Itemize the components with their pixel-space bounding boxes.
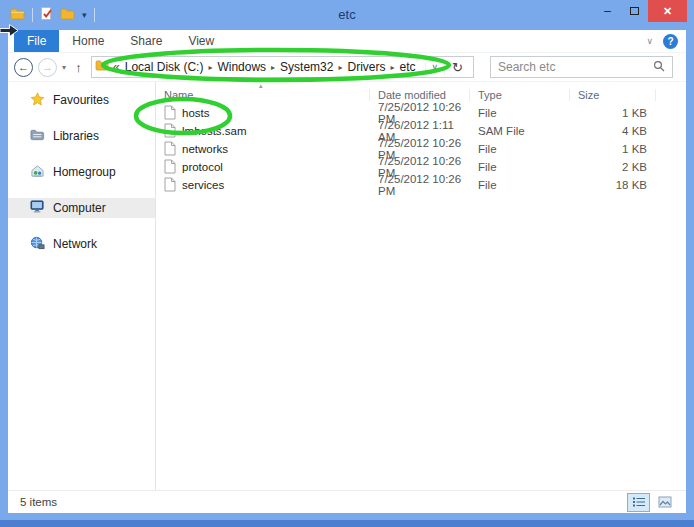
column-header-type[interactable]: Type bbox=[470, 89, 570, 101]
large-icons-view-button[interactable] bbox=[653, 493, 676, 512]
window-title: etc bbox=[0, 7, 694, 22]
breadcrumb-item-system32[interactable]: System32 bbox=[277, 60, 336, 74]
libraries-icon bbox=[30, 128, 45, 144]
tab-share[interactable]: Share bbox=[117, 30, 175, 52]
file-name-cell: networks bbox=[156, 141, 370, 158]
sidebar-item-favourites[interactable]: Favourites bbox=[8, 90, 155, 110]
main-area: Favourites Libraries Homegroup bbox=[8, 82, 686, 490]
tab-home[interactable]: Home bbox=[59, 30, 117, 52]
minimize-button[interactable]: – bbox=[594, 0, 621, 22]
file-name-cell: lmhosts.sam bbox=[156, 123, 370, 140]
homegroup-icon bbox=[30, 164, 45, 181]
breadcrumb-item-drive[interactable]: Local Disk (C:) bbox=[122, 60, 207, 74]
column-header-size[interactable]: Size bbox=[570, 89, 656, 101]
file-icon bbox=[164, 123, 176, 140]
file-name-cell: services bbox=[156, 177, 370, 194]
breadcrumb-separator-icon[interactable]: ▸ bbox=[336, 63, 344, 72]
size-cell: 18 KB bbox=[570, 179, 656, 191]
size-cell: 2 KB bbox=[570, 161, 656, 173]
sidebar-item-label: Libraries bbox=[53, 129, 99, 143]
table-row-services[interactable]: services 7/25/2012 10:26 PM File 18 KB bbox=[156, 176, 686, 194]
details-view-button[interactable] bbox=[627, 493, 650, 512]
file-list-pane: ▴ Name Date modified Type Size hosts 7/2… bbox=[155, 82, 686, 490]
file-name-cell: protocol bbox=[156, 159, 370, 176]
window-bottom-edge bbox=[0, 520, 694, 527]
refresh-icon[interactable]: ↻ bbox=[444, 60, 470, 75]
sidebar-item-homegroup[interactable]: Homegroup bbox=[8, 162, 155, 182]
tab-view[interactable]: View bbox=[175, 30, 227, 52]
search-box[interactable] bbox=[490, 56, 673, 78]
column-header-date-modified[interactable]: Date modified bbox=[370, 89, 470, 101]
type-cell: SAM File bbox=[470, 125, 570, 137]
sidebar-item-libraries[interactable]: Libraries bbox=[8, 126, 155, 146]
titlebar[interactable]: ▾ etc – ✕ bbox=[0, 0, 694, 30]
sidebar-item-label: Favourites bbox=[53, 93, 109, 107]
item-count: 5 items bbox=[20, 496, 57, 508]
help-icon[interactable]: ? bbox=[663, 34, 678, 49]
computer-icon bbox=[30, 200, 45, 216]
sort-ascending-icon: ▴ bbox=[259, 82, 263, 90]
date-cell: 7/25/2012 10:26 PM bbox=[370, 173, 470, 197]
column-header-name[interactable]: Name bbox=[156, 89, 370, 101]
file-icon bbox=[164, 177, 176, 194]
file-icon bbox=[164, 159, 176, 176]
file-name-cell: hosts bbox=[156, 105, 370, 122]
type-cell: File bbox=[470, 143, 570, 155]
breadcrumb-overflow[interactable]: « bbox=[109, 60, 122, 74]
view-buttons bbox=[627, 493, 676, 512]
status-bar: 5 items bbox=[8, 490, 686, 513]
client-area: File Home Share View ∨ ? ← → ▾ ↑ « Local… bbox=[8, 30, 686, 513]
tab-file[interactable]: File bbox=[14, 30, 59, 52]
breadcrumb-separator-icon[interactable]: ▸ bbox=[269, 63, 277, 72]
breadcrumb-separator-icon[interactable]: ▸ bbox=[206, 63, 214, 72]
window-controls: – ✕ bbox=[594, 0, 687, 22]
breadcrumb-item-drivers[interactable]: Drivers bbox=[344, 60, 388, 74]
sidebar-item-computer[interactable]: Computer bbox=[8, 198, 155, 218]
maximize-button[interactable] bbox=[621, 0, 648, 22]
ribbon-right-controls: ∨ ? bbox=[646, 30, 678, 52]
search-icon[interactable] bbox=[653, 58, 665, 76]
breadcrumb-separator-icon[interactable]: ▸ bbox=[388, 63, 396, 72]
sidebar-item-label: Network bbox=[53, 237, 97, 251]
address-bar-row: ← → ▾ ↑ « Local Disk (C:) ▸ Windows ▸ Sy… bbox=[8, 53, 686, 82]
file-icon bbox=[164, 141, 176, 158]
network-icon bbox=[30, 236, 45, 253]
address-folder-icon bbox=[95, 60, 109, 74]
explorer-window: ▾ etc – ✕ File Home Share View ∨ ? ← → ▾… bbox=[0, 0, 694, 527]
star-icon bbox=[30, 92, 45, 109]
search-input[interactable] bbox=[498, 60, 653, 74]
ribbon-tab-row: File Home Share View ∨ ? bbox=[8, 30, 686, 53]
up-button[interactable]: ↑ bbox=[71, 60, 86, 75]
forward-button[interactable]: → bbox=[38, 58, 57, 77]
size-cell: 1 KB bbox=[570, 107, 656, 119]
file-icon bbox=[164, 105, 176, 122]
maximize-icon bbox=[630, 7, 639, 15]
column-headers: ▴ Name Date modified Type Size bbox=[156, 82, 686, 104]
type-cell: File bbox=[470, 161, 570, 173]
type-cell: File bbox=[470, 107, 570, 119]
collapse-ribbon-icon[interactable]: ∨ bbox=[646, 36, 653, 46]
size-cell: 4 KB bbox=[570, 125, 656, 137]
sidebar-item-network[interactable]: Network bbox=[8, 234, 155, 254]
recent-locations-icon[interactable]: ▾ bbox=[62, 63, 66, 72]
close-button[interactable]: ✕ bbox=[648, 0, 687, 22]
breadcrumb-item-etc[interactable]: etc bbox=[397, 60, 419, 74]
type-cell: File bbox=[470, 179, 570, 191]
breadcrumb-item-windows[interactable]: Windows bbox=[214, 60, 269, 74]
size-cell: 1 KB bbox=[570, 143, 656, 155]
navigation-pane: Favourites Libraries Homegroup bbox=[8, 82, 155, 490]
address-bar[interactable]: « Local Disk (C:) ▸ Windows ▸ System32 ▸… bbox=[91, 56, 474, 78]
sidebar-item-label: Computer bbox=[53, 201, 106, 215]
address-dropdown-icon[interactable]: ∨ bbox=[425, 62, 445, 72]
back-button[interactable]: ← bbox=[14, 58, 33, 77]
sidebar-item-label: Homegroup bbox=[53, 165, 116, 179]
